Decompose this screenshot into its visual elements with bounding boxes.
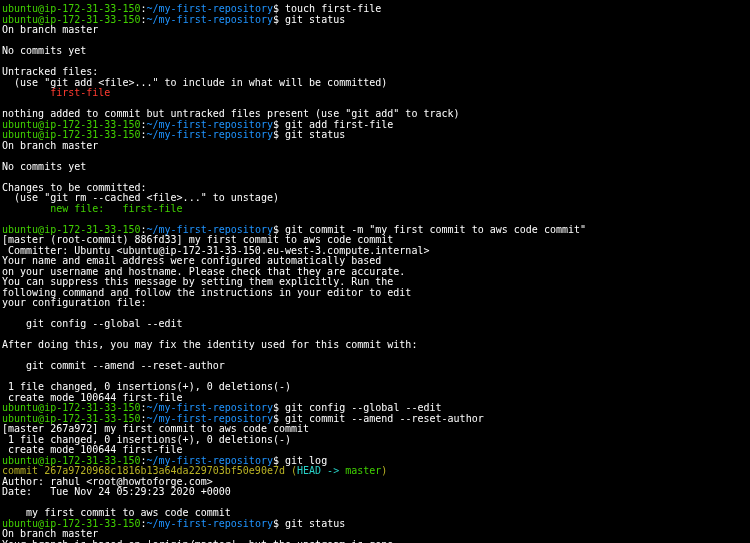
status-changes-hint: (use "git rm --cached <file>..." to unst… <box>2 192 279 203</box>
commit-line: Committer: Ubuntu <ubuntu@ip-172-31-33-1… <box>2 245 429 256</box>
commit-line: Your name and email address were configu… <box>2 255 381 266</box>
status-branch: On branch master <box>2 24 98 35</box>
cmd-touch: touch first-file <box>285 3 381 14</box>
amend-line: 1 file changed, 0 insertions(+), 0 delet… <box>2 434 291 445</box>
prompt-user-host: ubuntu@ip-172-31-33-150 <box>2 14 140 25</box>
amend-line: [master 267a972] my first commit to aws … <box>2 423 309 434</box>
log-author: Author: rahul <root@howtoforge.com> <box>2 476 213 487</box>
log-head-ref: HEAD -> <box>297 465 345 476</box>
cmd-git-amend: git commit --amend --reset-author <box>285 413 484 424</box>
amend-line: create mode 100644 first-file <box>2 444 183 455</box>
status-nocommits: No commits yet <box>2 45 86 56</box>
cmd-git-config: git config --global --edit <box>285 402 442 413</box>
status-untracked-hint: (use "git add <file>..." to include in w… <box>2 77 387 88</box>
commit-line: on your username and hostname. Please ch… <box>2 266 405 277</box>
prompt-suffix: $ <box>273 3 279 14</box>
status-changes-hdr: Changes to be committed: <box>2 182 147 193</box>
commit-line: following command and follow the instruc… <box>2 287 411 298</box>
commit-line: [master (root-commit) 886fd33] my first … <box>2 234 393 245</box>
status-untracked-file: first-file <box>2 87 110 98</box>
status-new-file: new file: first-file <box>2 203 183 214</box>
commit-line: You can suppress this message by setting… <box>2 276 393 287</box>
prompt-user-host: ubuntu@ip-172-31-33-150 <box>2 3 140 14</box>
status-upstream-gone: Your branch is based on 'origin/master',… <box>2 539 399 544</box>
terminal-output[interactable]: ubuntu@ip-172-31-33-150:~/my-first-repos… <box>0 0 750 543</box>
commit-line: your configuration file: <box>2 297 147 308</box>
commit-line: git commit --amend --reset-author <box>2 360 225 371</box>
log-commit-hash: commit 267a9720968c1816b13a64da229703bf5… <box>2 465 285 476</box>
commit-line: git config --global --edit <box>2 318 183 329</box>
commit-line: After doing this, you may fix the identi… <box>2 339 417 350</box>
status-footer: nothing added to commit but untracked fi… <box>2 108 460 119</box>
cmd-git-status: git status <box>285 518 345 529</box>
prompt-path: ~/my-first-repository <box>147 3 273 14</box>
log-branch-ref: master <box>345 465 381 476</box>
log-message: my first commit to aws code commit <box>2 507 231 518</box>
cmd-git-add: git add first-file <box>285 119 393 130</box>
commit-line: create mode 100644 first-file <box>2 392 183 403</box>
cmd-git-log: git log <box>285 455 327 466</box>
cmd-git-status: git status <box>285 14 345 25</box>
log-date: Date: Tue Nov 24 05:29:23 2020 +0000 <box>2 486 231 497</box>
cmd-git-status: git status <box>285 129 345 140</box>
status-untracked-hdr: Untracked files: <box>2 66 98 77</box>
commit-line: 1 file changed, 0 insertions(+), 0 delet… <box>2 381 291 392</box>
cmd-git-commit: git commit -m "my first commit to aws co… <box>285 224 586 235</box>
